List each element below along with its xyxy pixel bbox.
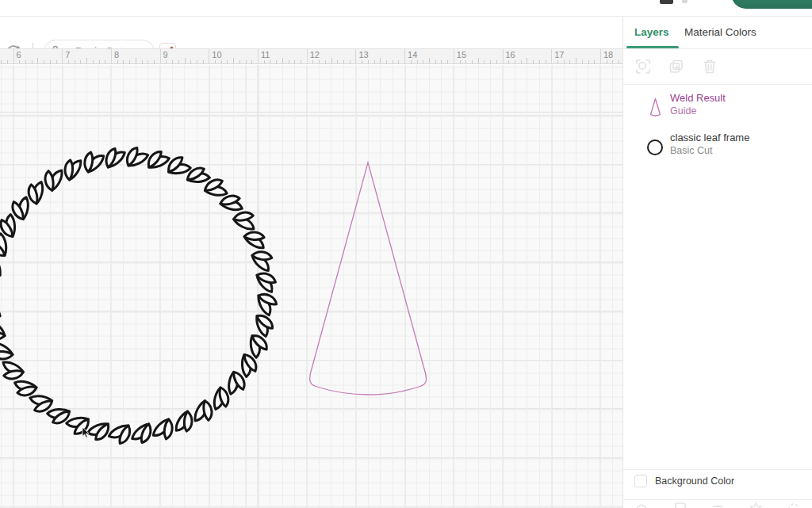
ruler-tick [508, 60, 509, 63]
ruler-tick [594, 60, 595, 63]
ruler-tick [56, 60, 57, 63]
ruler-tick [539, 60, 540, 63]
ruler-inch-line [600, 49, 601, 64]
ruler-tick [264, 60, 265, 63]
ruler-tick [178, 60, 179, 63]
ruler-tick [533, 60, 534, 63]
panel-divider [623, 499, 812, 500]
tab-layers[interactable]: Layers [634, 26, 669, 38]
ruler-tick [123, 60, 124, 63]
panel-tabs: Layers Material Colors [623, 17, 812, 48]
ruler-inch-line [111, 49, 112, 64]
panel-divider [623, 48, 812, 49]
select-all-button[interactable] [634, 58, 652, 75]
layer-name: Weld Result [670, 92, 726, 104]
ruler-tick [166, 60, 167, 63]
layer-row-weld-result[interactable]: Weld Result Guide [623, 90, 812, 129]
cone-shape-weld-result[interactable] [310, 162, 427, 395]
undo-icon[interactable] [634, 502, 649, 508]
ruler-inch-line [258, 49, 259, 64]
ruler-tick [564, 60, 565, 63]
ruler-inch-line [307, 49, 308, 64]
shape-icon[interactable] [674, 502, 687, 508]
ruler-tick [460, 60, 461, 63]
ruler-tick [576, 58, 576, 63]
ruler-label: 9 [163, 50, 168, 59]
ruler-tick [86, 58, 87, 63]
ruler-tick [546, 60, 546, 63]
ruler-tick [417, 60, 418, 63]
ruler-tick [343, 60, 344, 63]
ruler-tick [289, 60, 289, 63]
ruler-tick [25, 60, 26, 63]
ruler-tick [441, 60, 442, 63]
ruler-label: 7 [65, 50, 70, 59]
ruler-inch-line [160, 49, 161, 64]
ruler-tick [221, 60, 222, 63]
ruler-label: 12 [310, 50, 320, 59]
star-icon[interactable] [749, 502, 762, 508]
ruler-label: 18 [603, 50, 613, 59]
tab-material-colors[interactable]: Material Colors [684, 26, 756, 38]
layer-actions [634, 58, 718, 75]
ruler-tick [607, 60, 607, 63]
ruler-tick [215, 60, 216, 63]
ruler-tick [557, 60, 558, 63]
ruler-tick [465, 60, 466, 63]
header-dark-icon[interactable] [660, 0, 673, 4]
ruler-tick [136, 58, 136, 63]
ruler-tick [301, 60, 301, 63]
ruler-tick [411, 60, 412, 63]
background-color-checkbox[interactable] [634, 475, 647, 487]
select-icon [635, 59, 651, 74]
ruler-tick [386, 60, 387, 63]
ruler-tick [312, 60, 313, 63]
ruler-tick [325, 60, 326, 63]
ruler-tick [227, 60, 228, 63]
header-faint-icon [682, 0, 688, 3]
ruler-tick [331, 58, 332, 63]
cone-outline-icon [645, 94, 665, 121]
make-button[interactable] [731, 0, 812, 9]
wreath-shape-classic-leaf-frame[interactable] [0, 145, 279, 447]
ruler-tick [380, 58, 381, 63]
background-color-row: Background Color [634, 475, 734, 487]
design-canvas[interactable] [0, 65, 622, 508]
ruler-tick [50, 60, 51, 63]
duplicate-button[interactable] [668, 58, 685, 75]
ruler-tick [7, 60, 8, 63]
ruler-inch-line [62, 49, 63, 64]
ruler-tick [203, 60, 204, 63]
ruler-tick [1, 60, 2, 63]
ruler-tick [154, 60, 155, 63]
ruler-tick [37, 58, 38, 63]
ruler-tick [172, 60, 173, 63]
ruler-tick [185, 58, 186, 63]
ruler-tick [472, 60, 473, 63]
line-icon[interactable] [711, 502, 724, 508]
ruler-tick [197, 60, 197, 63]
ruler-tick [44, 60, 44, 63]
ruler-inch-line [551, 49, 552, 64]
sync-icon[interactable] [787, 502, 801, 508]
layer-name: classic leaf frame [670, 132, 749, 143]
ruler-tick [294, 60, 295, 63]
ruler-tick [374, 60, 375, 63]
trash-icon [703, 59, 717, 74]
ruler-tick [190, 60, 191, 63]
delete-button[interactable] [701, 58, 718, 75]
ruler-tick [398, 60, 399, 63]
edit-toolbar: Basic Cut [0, 17, 622, 48]
circle-outline-icon [645, 134, 665, 161]
ruler-tick [350, 60, 350, 63]
ruler-label: 6 [17, 50, 21, 59]
layer-row-classic-leaf-frame[interactable]: classic leaf frame Basic Cut [623, 129, 812, 169]
ruler-label: 17 [554, 50, 564, 59]
ruler-tick [117, 60, 118, 63]
ruler-tick [521, 60, 522, 63]
duplicate-icon [668, 59, 684, 74]
ruler-tick [588, 60, 589, 63]
ruler-tick [93, 60, 94, 63]
canvas-tools-row [634, 502, 801, 508]
ruler-inch-line [454, 49, 454, 64]
